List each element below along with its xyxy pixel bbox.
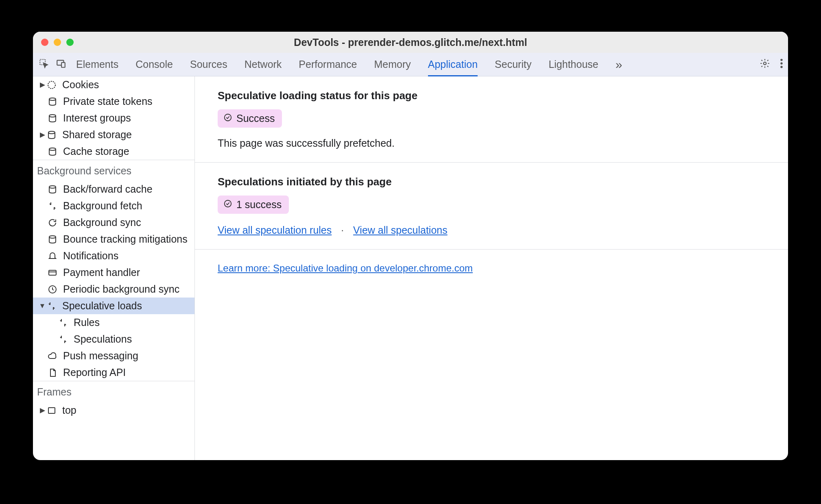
sidebar-item-rules[interactable]: Rules: [33, 314, 194, 331]
main-content: Speculative loading status for this page…: [195, 76, 788, 460]
database-icon: [47, 146, 58, 157]
devtools-window: DevTools - prerender-demos.glitch.me/nex…: [33, 32, 788, 460]
tab-elements[interactable]: Elements: [76, 54, 118, 75]
file-icon: [47, 367, 58, 378]
cookies-icon: [46, 79, 57, 91]
cloud-icon: [47, 350, 58, 362]
more-tabs-icon[interactable]: »: [616, 58, 622, 72]
tab-application[interactable]: Application: [428, 54, 478, 76]
sidebar-item-background-sync[interactable]: Background sync: [33, 214, 194, 231]
database-icon: [46, 129, 57, 141]
bell-icon: [47, 250, 58, 262]
tab-security[interactable]: Security: [495, 54, 531, 75]
sidebar-item-label: top: [62, 404, 76, 416]
check-circle-icon: [223, 113, 232, 124]
sidebar-item-private-state-tokens[interactable]: Private state tokens: [33, 93, 194, 110]
sidebar-item-back-forward-cache[interactable]: Back/forward cache: [33, 181, 194, 198]
zoom-window-button[interactable]: [66, 39, 74, 46]
sidebar-item-label: Shared storage: [62, 129, 132, 141]
link-view-all-rules[interactable]: View all speculation rules: [218, 224, 332, 236]
refresh-icon: [47, 217, 58, 228]
sidebar-item-label: Background fetch: [63, 200, 142, 212]
gear-icon[interactable]: [760, 58, 770, 71]
status-heading: Speculative loading status for this page: [218, 89, 765, 102]
sidebar-item-label: Rules: [74, 317, 100, 328]
database-icon: [47, 113, 58, 124]
tab-sources[interactable]: Sources: [190, 54, 227, 75]
svg-point-8: [49, 98, 56, 100]
tab-performance[interactable]: Performance: [299, 54, 357, 75]
sidebar-item-background-fetch[interactable]: Background fetch: [33, 198, 194, 214]
sidebar-item-bounce-tracking[interactable]: Bounce tracking mitigations: [33, 231, 194, 248]
status-description: This page was successfully prefetched.: [218, 137, 765, 149]
sidebar-item-label: Bounce tracking mitigations: [63, 233, 188, 245]
device-toggle-icon[interactable]: [56, 58, 66, 71]
status-badge-label: Success: [236, 113, 275, 124]
sidebar-item-label: Cookies: [62, 79, 99, 91]
panel-tabs: Elements Console Sources Network Perform…: [76, 54, 760, 75]
link-learn-more[interactable]: Learn more: Speculative loading on devel…: [218, 263, 473, 274]
sidebar-item-speculative-loads[interactable]: ▼ Speculative loads: [33, 298, 194, 314]
sidebar-item-label: Payment handler: [63, 267, 140, 278]
database-icon: [47, 96, 58, 107]
close-window-button[interactable]: [41, 39, 48, 46]
speculations-badge-label: 1 success: [236, 199, 282, 211]
devtools-toolbar: Elements Console Sources Network Perform…: [33, 53, 788, 76]
sidebar-item-periodic-bg-sync[interactable]: Periodic background sync: [33, 281, 194, 298]
status-badge: Success: [218, 109, 282, 128]
svg-rect-2: [61, 62, 65, 67]
tab-console[interactable]: Console: [135, 54, 173, 75]
svg-point-4: [780, 59, 782, 61]
tab-memory[interactable]: Memory: [374, 54, 410, 75]
sidebar-item-label: Periodic background sync: [63, 283, 179, 295]
window-title: DevTools - prerender-demos.glitch.me/nex…: [33, 37, 788, 48]
database-icon: [47, 184, 58, 195]
sync-arrows-icon: [47, 200, 58, 212]
svg-point-6: [780, 65, 782, 67]
svg-point-12: [49, 186, 56, 188]
separator-dot: ·: [341, 224, 344, 236]
sidebar-item-payment-handler[interactable]: Payment handler: [33, 264, 194, 281]
tab-lighthouse[interactable]: Lighthouse: [548, 54, 598, 75]
svg-point-11: [49, 148, 56, 150]
sidebar-item-push-messaging[interactable]: Push messaging: [33, 348, 194, 364]
minimize-window-button[interactable]: [54, 39, 61, 46]
svg-point-7: [48, 81, 55, 89]
sidebar-item-reporting-api[interactable]: Reporting API: [33, 364, 194, 381]
sidebar-item-shared-storage[interactable]: ▶ Shared storage: [33, 126, 194, 143]
sidebar-item-label: Push messaging: [63, 350, 138, 362]
svg-point-10: [48, 131, 55, 134]
link-view-all-speculations[interactable]: View all speculations: [353, 224, 448, 236]
speculations-heading: Speculations initiated by this page: [218, 176, 765, 188]
svg-point-3: [764, 62, 766, 65]
chevron-down-icon: ▼: [39, 302, 46, 310]
credit-card-icon: [47, 267, 58, 278]
check-circle-icon: [223, 199, 232, 211]
chevron-right-icon: ▶: [39, 406, 46, 415]
tab-network[interactable]: Network: [245, 54, 282, 75]
inspect-icon[interactable]: [39, 58, 49, 71]
svg-point-13: [49, 236, 56, 238]
sidebar-item-label: Reporting API: [63, 367, 126, 378]
speculations-badge: 1 success: [218, 196, 289, 214]
svg-point-5: [780, 62, 782, 64]
svg-rect-14: [49, 270, 56, 275]
sidebar-item-cookies[interactable]: ▶ Cookies: [33, 76, 194, 93]
titlebar: DevTools - prerender-demos.glitch.me/nex…: [33, 32, 788, 53]
chevron-right-icon: ▶: [39, 80, 46, 89]
sidebar-item-notifications[interactable]: Notifications: [33, 248, 194, 264]
sidebar-item-label: Background sync: [63, 217, 141, 228]
sidebar-item-frame-top[interactable]: ▶ top: [33, 402, 194, 419]
sidebar-item-interest-groups[interactable]: Interest groups: [33, 110, 194, 126]
svg-point-18: [225, 200, 231, 207]
sidebar-item-cache-storage[interactable]: Cache storage: [33, 143, 194, 160]
sidebar-item-label: Cache storage: [63, 146, 129, 157]
svg-point-17: [225, 114, 231, 121]
svg-rect-16: [48, 408, 55, 413]
sidebar-section-frames: Frames: [33, 381, 194, 402]
sidebar-item-speculations[interactable]: Speculations: [33, 331, 194, 348]
kebab-menu-icon[interactable]: [780, 58, 783, 71]
sidebar-item-label: Speculative loads: [62, 300, 142, 312]
sidebar-item-label: Speculations: [74, 333, 132, 345]
sync-arrows-icon: [57, 334, 69, 345]
